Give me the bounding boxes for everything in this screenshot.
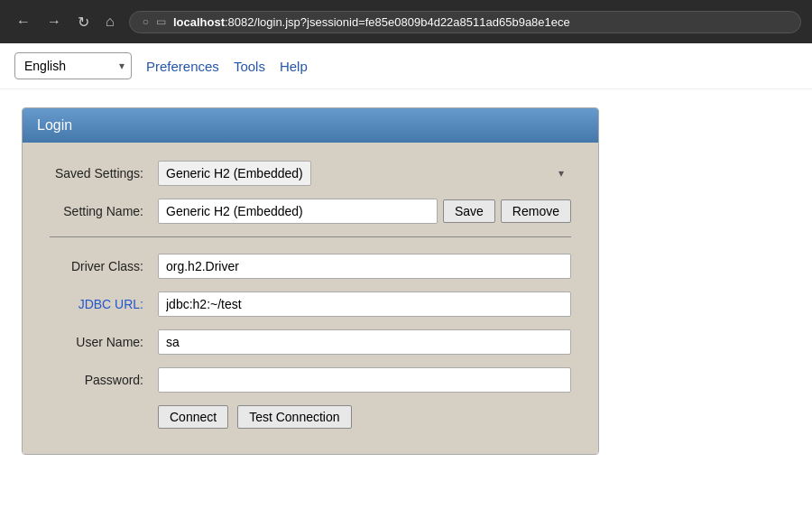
connect-button[interactable]: Connect	[158, 405, 228, 429]
menu-bar: EnglishFrenchGermanSpanishJapaneseChines…	[0, 43, 812, 89]
browser-chrome: ← → ↻ ⌂ ○ ▭ localhost:8082/login.jsp?jse…	[0, 0, 812, 43]
home-button[interactable]: ⌂	[100, 12, 120, 32]
connect-row: Connect Test Connection	[50, 405, 571, 429]
forward-button[interactable]: →	[42, 12, 67, 32]
language-select-wrapper: EnglishFrenchGermanSpanishJapaneseChines…	[14, 52, 132, 79]
user-name-input[interactable]	[158, 329, 571, 355]
driver-class-row: Driver Class:	[50, 254, 571, 279]
help-link[interactable]: Help	[280, 59, 308, 74]
driver-class-label: Driver Class:	[50, 259, 158, 273]
saved-settings-label: Saved Settings:	[50, 166, 158, 180]
user-name-row: User Name:	[50, 329, 571, 355]
page: EnglishFrenchGermanSpanishJapaneseChines…	[0, 43, 812, 509]
setting-name-input[interactable]	[158, 199, 438, 224]
setting-name-label: Setting Name:	[50, 204, 158, 218]
language-select[interactable]: EnglishFrenchGermanSpanishJapaneseChines…	[14, 52, 132, 79]
test-connection-button[interactable]: Test Connection	[237, 405, 351, 429]
save-button[interactable]: Save	[443, 199, 495, 223]
saved-settings-row: Saved Settings: Generic H2 (Embedded)Gen…	[50, 161, 571, 186]
divider	[50, 236, 571, 237]
login-panel-title: Login	[37, 117, 72, 133]
jdbc-url-input[interactable]	[158, 292, 571, 317]
login-panel: Login Saved Settings: Generic H2 (Embedd…	[22, 107, 599, 455]
url-host: localhost	[173, 15, 225, 29]
password-label: Password:	[50, 373, 158, 387]
password-row: Password:	[50, 367, 571, 393]
jdbc-url-row: JDBC URL:	[50, 292, 571, 317]
saved-settings-select[interactable]: Generic H2 (Embedded)Generic H2 (Server)…	[158, 161, 311, 186]
page-icon: ▭	[156, 15, 166, 28]
address-bar[interactable]: ○ ▭ localhost:8082/login.jsp?jsessionid=…	[129, 11, 801, 33]
reload-button[interactable]: ↻	[72, 12, 95, 32]
driver-class-input[interactable]	[158, 254, 571, 279]
back-button[interactable]: ←	[11, 12, 36, 32]
password-input[interactable]	[158, 367, 571, 393]
jdbc-url-label: JDBC URL:	[50, 297, 158, 311]
preferences-link[interactable]: Preferences	[146, 59, 219, 74]
url-path: :8082/login.jsp?jsessionid=fe85e0809b4d2…	[225, 15, 570, 29]
main-content: Login Saved Settings: Generic H2 (Embedd…	[0, 89, 812, 473]
nav-buttons: ← → ↻ ⌂	[11, 12, 120, 32]
user-name-label: User Name:	[50, 335, 158, 349]
remove-button[interactable]: Remove	[501, 199, 571, 223]
saved-settings-wrapper: Generic H2 (Embedded)Generic H2 (Server)…	[158, 161, 571, 186]
security-icon: ○	[143, 15, 149, 28]
url-text: localhost:8082/login.jsp?jsessionid=fe85…	[173, 15, 570, 29]
setting-name-group: Save Remove	[158, 199, 571, 224]
login-panel-body: Saved Settings: Generic H2 (Embedded)Gen…	[23, 143, 598, 454]
tools-link[interactable]: Tools	[234, 59, 265, 74]
setting-name-row: Setting Name: Save Remove	[50, 199, 571, 224]
login-panel-header: Login	[23, 108, 598, 143]
